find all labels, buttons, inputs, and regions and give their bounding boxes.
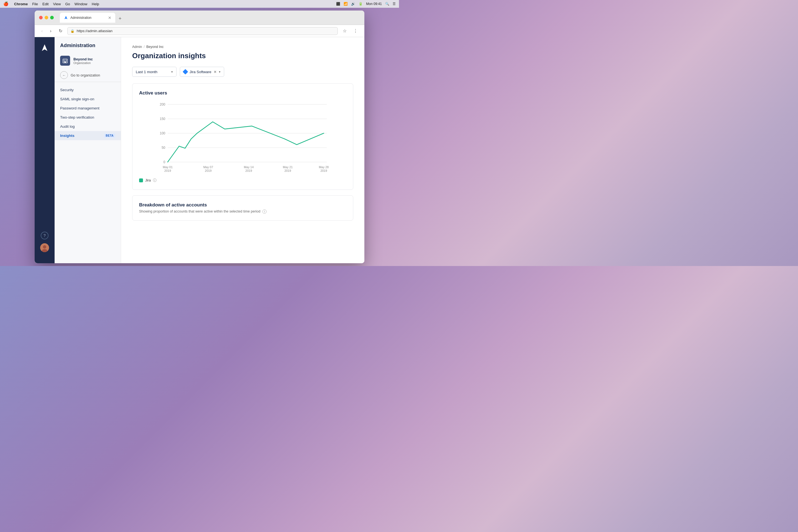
- svg-rect-4: [64, 60, 64, 61]
- legend-info-icon[interactable]: ⓘ: [153, 178, 156, 183]
- svg-text:2019: 2019: [320, 169, 327, 172]
- org-building-icon: [62, 58, 68, 63]
- nav-actions: ☆ ⋮: [341, 27, 360, 35]
- atlassian-logo-icon: [40, 43, 49, 52]
- svg-rect-7: [66, 61, 66, 62]
- breadcrumb-admin-link[interactable]: Admin: [132, 45, 142, 49]
- menubar-battery-icon: 🔋: [359, 2, 363, 6]
- tab-close-button[interactable]: ✕: [108, 16, 111, 20]
- time-period-dropdown[interactable]: Last 1 month ▾: [132, 67, 176, 77]
- product-filter-chevron-icon: ▾: [219, 70, 221, 74]
- menubar-volume-icon: 🔊: [351, 2, 355, 6]
- breakdown-info-icon[interactable]: i: [262, 209, 267, 214]
- active-users-chart-card: Active users 200 150 100 50: [132, 83, 353, 190]
- page-title: Organization insights: [132, 52, 353, 60]
- left-sidebar: Administration Beyond Inc Organization: [55, 37, 121, 263]
- chart-area: 200 150 100 50 0 May 01 2019 May 07 2019: [139, 101, 346, 173]
- browser-tab-active[interactable]: Administration ✕: [60, 13, 115, 23]
- svg-rect-5: [66, 60, 66, 61]
- product-filter-label: Jira Software: [190, 70, 211, 74]
- svg-text:0: 0: [164, 160, 166, 164]
- tab-bar: Administration ✕ +: [60, 13, 360, 23]
- menubar-window[interactable]: Window: [75, 2, 87, 6]
- sidebar-item-insights[interactable]: Insights BETA: [55, 131, 121, 140]
- menubar-edit[interactable]: Edit: [42, 2, 49, 6]
- org-item[interactable]: Beyond Inc Organization: [55, 53, 121, 69]
- filters-row: Last 1 month ▾ Jira Software ✕ ▾: [132, 67, 353, 77]
- main-content: Admin / Beyond Inc Organization insights…: [121, 37, 364, 263]
- go-to-org-button[interactable]: ← Go to organization: [55, 69, 121, 82]
- sidebar-item-audit[interactable]: Audit log: [55, 122, 121, 131]
- go-to-org-label: Go to organization: [71, 73, 100, 77]
- sidebar-item-password[interactable]: Password management: [55, 103, 121, 113]
- title-bar: Administration ✕ +: [35, 11, 364, 25]
- product-filter-remove-button[interactable]: ✕: [214, 70, 217, 74]
- svg-text:May 07: May 07: [203, 166, 213, 169]
- svg-text:100: 100: [160, 131, 166, 135]
- menubar-file[interactable]: File: [32, 2, 38, 6]
- svg-text:50: 50: [162, 146, 166, 150]
- sidebar-item-audit-label: Audit log: [60, 125, 75, 129]
- time-period-label: Last 1 month: [136, 70, 157, 74]
- org-info: Beyond Inc Organization: [73, 57, 93, 64]
- chart-legend: Jira ⓘ: [139, 178, 346, 183]
- svg-text:200: 200: [160, 102, 166, 107]
- svg-rect-6: [64, 61, 64, 62]
- bookmark-button[interactable]: ☆: [341, 27, 349, 35]
- breakdown-title: Breakdown of active accounts: [139, 202, 346, 208]
- breakdown-card: Breakdown of active accounts Showing pro…: [132, 195, 353, 221]
- menubar: 🍎 Chrome File Edit View Go Window Help ⬛…: [0, 0, 399, 8]
- menubar-app-name[interactable]: Chrome: [14, 2, 28, 6]
- breadcrumb: Admin / Beyond Inc: [132, 45, 353, 49]
- traffic-lights: [39, 16, 54, 19]
- sidebar-title: Administration: [55, 43, 121, 53]
- lock-icon: 🔒: [70, 29, 75, 33]
- svg-text:May 28: May 28: [319, 166, 329, 169]
- menubar-right: ⬛ 📶 🔊 🔋 Mon 09:41 🔍 ☰: [336, 2, 396, 6]
- svg-text:2019: 2019: [164, 169, 171, 172]
- help-button[interactable]: ?: [41, 232, 49, 240]
- sidebar-item-security-label: Security: [60, 88, 74, 92]
- sidebar-item-insights-label: Insights: [60, 134, 75, 138]
- menubar-go[interactable]: Go: [65, 2, 70, 6]
- forward-button[interactable]: ›: [48, 27, 54, 35]
- menubar-view[interactable]: View: [53, 2, 61, 6]
- browser-window: Administration ✕ + ‹ › ↻ 🔒 https://admin…: [35, 11, 364, 263]
- address-text: https://admin.atlassian: [77, 29, 113, 33]
- sidebar-item-saml-label: SAML single sign-on: [60, 97, 94, 101]
- svg-text:May 21: May 21: [283, 166, 293, 169]
- menubar-menu-icon[interactable]: ☰: [393, 2, 396, 6]
- svg-text:May 14: May 14: [244, 166, 254, 169]
- nav-bar: ‹ › ↻ 🔒 https://admin.atlassian ☆ ⋮: [35, 25, 364, 37]
- back-button[interactable]: ‹: [39, 27, 45, 35]
- svg-point-1: [43, 245, 46, 249]
- more-options-button[interactable]: ⋮: [351, 27, 360, 35]
- sidebar-item-security[interactable]: Security: [55, 86, 121, 94]
- active-users-svg: 200 150 100 50 0 May 01 2019 May 07 2019: [139, 101, 346, 173]
- org-icon: [60, 56, 70, 66]
- user-avatar[interactable]: [40, 243, 49, 252]
- new-tab-button[interactable]: +: [116, 15, 124, 23]
- sidebar-item-twostep-label: Two-step verification: [60, 115, 94, 119]
- address-bar[interactable]: 🔒 https://admin.atlassian: [67, 27, 338, 35]
- atlassian-logo[interactable]: [40, 43, 50, 53]
- menubar-help[interactable]: Help: [92, 2, 99, 6]
- sidebar-item-saml[interactable]: SAML single sign-on: [55, 94, 121, 103]
- avatar-image: [40, 243, 49, 252]
- org-name: Beyond Inc: [73, 57, 93, 61]
- beta-badge: BETA: [104, 134, 115, 138]
- minimize-button[interactable]: [44, 16, 48, 19]
- menubar-left: 🍎 Chrome File Edit View Go Window Help: [3, 1, 99, 6]
- sidebar-item-twostep[interactable]: Two-step verification: [55, 113, 121, 122]
- product-filter-dropdown[interactable]: Jira Software ✕ ▾: [180, 67, 224, 77]
- legend-jira-label: Jira: [145, 178, 151, 182]
- apple-icon[interactable]: 🍎: [3, 1, 8, 6]
- svg-text:2019: 2019: [246, 169, 252, 172]
- close-button[interactable]: [39, 16, 43, 19]
- sidebar-item-password-label: Password management: [60, 106, 99, 110]
- maximize-button[interactable]: [50, 16, 54, 19]
- dark-sidebar: ?: [35, 37, 55, 263]
- reload-button[interactable]: ↻: [57, 27, 64, 35]
- breadcrumb-current: Beyond Inc: [146, 45, 164, 49]
- menubar-search-icon[interactable]: 🔍: [385, 2, 389, 6]
